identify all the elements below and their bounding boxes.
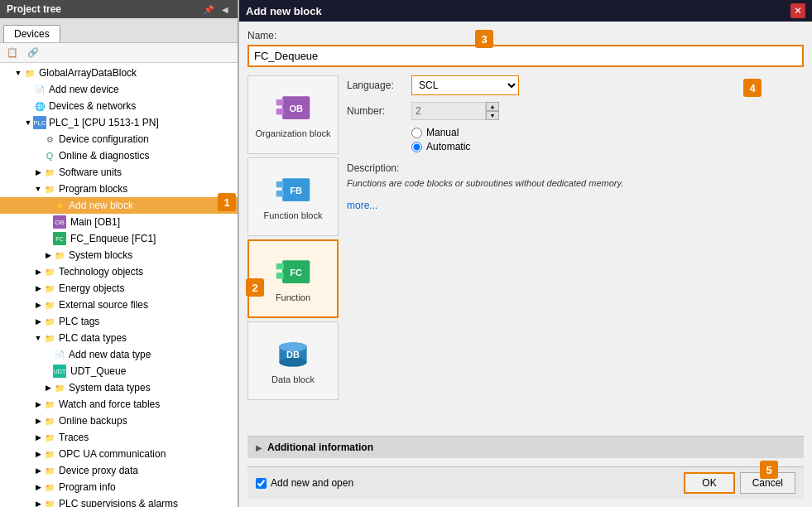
arrow-icon: ▼ <box>33 334 43 342</box>
tree-item-add-data-type[interactable]: 📄 Add new data type <box>0 346 238 363</box>
tree-item-device-proxy[interactable]: ▶ 📁 Device proxy data <box>0 462 238 479</box>
name-section: Name: <box>247 30 804 67</box>
add-data-type-icon: 📄 <box>53 348 66 361</box>
tree-item-label: Add new block <box>69 200 133 211</box>
tree-item-label: Watch and force tables <box>59 398 160 410</box>
name-input[interactable] <box>247 45 804 67</box>
tree-pin-button[interactable]: 📌 <box>201 4 216 15</box>
tree-item-device-config[interactable]: ⚙ Device configuration <box>0 131 238 147</box>
add-new-open-checkbox[interactable] <box>256 478 267 489</box>
tree-item-label: Add new data type <box>69 349 151 360</box>
spin-down-button[interactable]: ▼ <box>486 111 499 120</box>
description-text: Functions are code blocks or subroutines… <box>347 177 804 190</box>
language-select[interactable]: LAD FBD STL SCL GRAPH <box>411 75 519 95</box>
add-new-open-label[interactable]: Add new and open <box>256 477 353 489</box>
config-icon: ⚙ <box>43 133 56 146</box>
arrow-icon: ▶ <box>33 466 43 475</box>
tree-item-plc-tags[interactable]: ▶ 📁 PLC tags <box>0 313 238 330</box>
tree-header-icons: 📌 ◀ <box>201 4 231 15</box>
tree-item-online-backups[interactable]: ▶ 📁 Online backups <box>0 413 238 429</box>
tree-item-plc-supervisions[interactable]: ▶ 📁 PLC supervisions & alarms <box>0 495 238 507</box>
tree-item-traces[interactable]: ▶ 📁 Traces <box>0 429 238 446</box>
tree-item-program-blocks[interactable]: ▼ 📁 Program blocks <box>0 181 238 197</box>
spin-up-button[interactable]: ▲ <box>486 102 499 111</box>
tree-item-energy-objects[interactable]: ▶ 📁 Energy objects <box>0 280 238 297</box>
radio-group: Manual Automatic <box>411 127 804 152</box>
folder-icon: 📁 <box>43 315 56 328</box>
tree-item-udt-queue[interactable]: UDT UDT_Queue <box>0 363 238 379</box>
tree-link-button[interactable]: 🔗 <box>24 46 42 60</box>
block-card-db[interactable]: DB Data block <box>247 321 339 400</box>
tree-item-program-info[interactable]: ▶ 📁 Program info <box>0 479 238 495</box>
folder-icon: 📁 <box>43 282 56 295</box>
ob-card-label: Organization block <box>255 128 330 138</box>
arrow-icon: ▶ <box>43 251 53 259</box>
main-area: OB Organization block FB <box>247 75 804 427</box>
tree-item-plc1[interactable]: ▼ PLC PLC_1 [CPU 1513-1 PN] <box>0 114 238 131</box>
block-card-ob[interactable]: OB Organization block <box>247 75 339 154</box>
svg-rect-9 <box>276 263 284 268</box>
number-input[interactable] <box>411 102 486 120</box>
tree-add-button[interactable]: 📋 <box>3 46 22 60</box>
tree-item-watch-force[interactable]: ▶ 📁 Watch and force tables <box>0 396 238 413</box>
arrow-icon: ▶ <box>33 400 43 408</box>
tree-expand-button[interactable]: ◀ <box>219 4 231 15</box>
dialog-title: Add new block <box>246 5 322 17</box>
arrow-icon: ▼ <box>13 69 23 77</box>
tree-item-add-device[interactable]: 📄 Add new device <box>0 81 238 98</box>
folder-icon: 📁 <box>43 182 56 196</box>
radio-automatic-input[interactable] <box>411 142 422 152</box>
tree-item-system-blocks[interactable]: ▶ 📁 System blocks <box>0 247 238 263</box>
tree-item-label: Software units <box>59 167 122 178</box>
tree-item-label: Device configuration <box>59 133 149 145</box>
tree-item-devices-networks[interactable]: 🌐 Devices & networks <box>0 98 238 114</box>
tree-item-fc-enqueue[interactable]: FC FC_Enqueue [FC1] <box>0 230 238 247</box>
ob-icon: OB <box>53 215 66 229</box>
radio-manual-input[interactable] <box>411 128 422 138</box>
fb-icon-svg: FB <box>273 172 313 209</box>
arrow-icon: ▶ <box>33 317 43 326</box>
ok-button[interactable]: OK <box>684 472 734 494</box>
folder-icon: 📁 <box>43 497 56 507</box>
tree-item-label: System blocks <box>69 249 132 261</box>
svg-text:FC: FC <box>290 267 302 277</box>
network-icon: 🌐 <box>33 99 46 113</box>
radio-automatic[interactable]: Automatic <box>411 141 804 152</box>
tree-item-label: PLC_1 [CPU 1513-1 PN] <box>49 117 159 128</box>
badge-5: 5 <box>760 461 778 479</box>
block-selector: OB Organization block FB <box>247 75 339 427</box>
arrow-icon: ▶ <box>33 417 43 425</box>
tree-item-system-data-types[interactable]: ▶ 📁 System data types <box>0 379 238 396</box>
dialog-titlebar: Add new block ✕ <box>239 0 812 22</box>
devices-tab[interactable]: Devices <box>3 25 60 42</box>
name-label: Name: <box>247 30 804 41</box>
db-icon-svg: DB <box>273 336 313 373</box>
radio-manual[interactable]: Manual <box>411 127 804 138</box>
tree-item-opc-ua[interactable]: ▶ 📁 OPC UA communication <box>0 446 238 462</box>
tree-item-label: Device proxy data <box>59 465 138 476</box>
svg-text:DB: DB <box>286 349 300 359</box>
more-link[interactable]: more... <box>347 200 804 211</box>
number-spin: ▲ ▼ <box>486 102 499 120</box>
tree-item-label: Main [OB1] <box>70 216 120 228</box>
tree-item-plc-data-types[interactable]: ▼ 📁 PLC data types <box>0 330 238 346</box>
tree-item-add-new-block[interactable]: ⚡ Add new block <box>0 197 238 214</box>
arrow-icon: ▶ <box>33 284 43 292</box>
block-card-fb[interactable]: FB Function block <box>247 157 339 236</box>
tree-item-global[interactable]: ▼ 📁 GlobalArrayDataBlock <box>0 65 238 81</box>
tree-item-main-ob1[interactable]: OB Main [OB1] <box>0 214 238 230</box>
dialog-close-button[interactable]: ✕ <box>790 3 805 18</box>
fb-visual-container: FB <box>273 174 313 207</box>
plc-icon: PLC <box>33 116 46 129</box>
tree-item-external-sources[interactable]: ▶ 📁 External source files <box>0 297 238 313</box>
tree-item-label: Online & diagnostics <box>59 150 149 162</box>
tree-item-software-units[interactable]: ▶ 📁 Software units <box>0 164 238 181</box>
number-input-group: ▲ ▼ <box>411 102 499 120</box>
folder-icon: 📁 <box>43 464 56 477</box>
tree-item-tech-objects[interactable]: ▶ 📁 Technology objects <box>0 263 238 280</box>
additional-info-bar[interactable]: ▶ Additional information <box>247 436 804 458</box>
svg-rect-5 <box>276 181 284 186</box>
project-tree: Project tree 📌 ◀ Devices 📋 🔗 ▼ 📁 GlobalA… <box>0 0 238 507</box>
tree-item-online-diag[interactable]: Q Online & diagnostics <box>0 147 238 164</box>
arrow-icon: ▶ <box>33 268 43 276</box>
